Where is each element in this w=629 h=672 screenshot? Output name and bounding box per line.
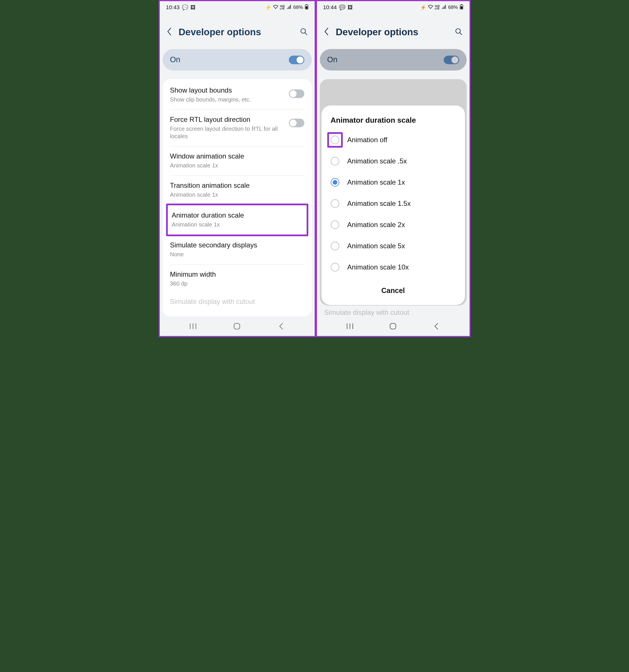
left-screenshot: 10:43 💬 🖼 ⚡ Vo))LTE 68% bbox=[160, 1, 314, 336]
radio-label: Animation off bbox=[347, 136, 388, 144]
setting-subtitle: 360 dp bbox=[170, 280, 301, 287]
status-time: 10:43 bbox=[166, 4, 180, 10]
settings-card: Show layout bounds Show clip bounds, mar… bbox=[163, 79, 312, 316]
setting-title: Simulate secondary displays bbox=[170, 241, 301, 249]
svg-line-13 bbox=[460, 33, 462, 35]
page-title: Developer options bbox=[336, 27, 418, 38]
page-title: Developer options bbox=[179, 27, 261, 38]
chat-icon: 💬 bbox=[339, 4, 345, 10]
setting-show-layout-bounds[interactable]: Show layout bounds Show clip bounds, mar… bbox=[163, 80, 312, 110]
master-toggle-row[interactable]: On bbox=[163, 49, 312, 71]
battery-icon bbox=[305, 4, 308, 11]
app-bar: Developer options bbox=[317, 14, 469, 49]
setting-animator-duration-scale[interactable]: Animator duration scale Animation scale … bbox=[168, 205, 307, 235]
battery-percent: 68% bbox=[293, 5, 303, 10]
image-icon: 🖼 bbox=[190, 5, 195, 10]
nav-back-icon[interactable] bbox=[432, 322, 440, 330]
radio-option-scale-05x[interactable]: Animation scale .5x bbox=[322, 150, 465, 172]
radio-icon bbox=[331, 220, 339, 229]
radio-option-scale-15x[interactable]: Animation scale 1.5x bbox=[322, 193, 465, 214]
radio-icon bbox=[331, 157, 339, 165]
wifi-icon bbox=[428, 5, 433, 10]
animator-duration-dialog: Animator duration scale Animation off An… bbox=[322, 105, 465, 305]
radio-option-scale-2x[interactable]: Animation scale 2x bbox=[322, 214, 465, 235]
setting-simulate-secondary-displays[interactable]: Simulate secondary displays None bbox=[163, 235, 312, 264]
setting-subtitle: Show clip bounds, margins, etc. bbox=[170, 96, 286, 103]
svg-rect-2 bbox=[305, 6, 307, 9]
setting-subtitle: Force screen layout direction to RTL for… bbox=[170, 125, 286, 140]
signal-icon bbox=[441, 5, 446, 10]
setting-cutoff: Simulate display with cutout bbox=[317, 306, 469, 316]
nav-recents-icon[interactable] bbox=[346, 322, 354, 330]
back-button[interactable] bbox=[324, 27, 329, 37]
radio-label: Animation scale 1.5x bbox=[347, 199, 411, 208]
master-toggle-row[interactable]: On bbox=[320, 49, 467, 71]
nav-back-icon[interactable] bbox=[277, 322, 285, 330]
nav-home-icon[interactable] bbox=[233, 322, 241, 330]
toggle-switch[interactable] bbox=[289, 90, 304, 98]
setting-title: Minimum width bbox=[170, 270, 301, 279]
svg-line-4 bbox=[305, 33, 307, 35]
radio-option-scale-10x[interactable]: Animation scale 10x bbox=[322, 257, 465, 278]
dialog-title: Animator duration scale bbox=[322, 116, 465, 129]
radio-icon bbox=[331, 178, 339, 187]
back-button[interactable] bbox=[167, 27, 172, 37]
setting-window-animation-scale[interactable]: Window animation scale Animation scale 1… bbox=[163, 146, 312, 175]
app-bar: Developer options bbox=[160, 14, 314, 49]
volte-icon: Vo))LTE bbox=[435, 5, 440, 10]
nav-bar bbox=[317, 316, 469, 336]
cancel-button[interactable]: Cancel bbox=[322, 278, 465, 301]
battery-icon bbox=[460, 4, 463, 11]
battery-saver-icon: ⚡ bbox=[265, 5, 271, 10]
battery-percent: 68% bbox=[448, 5, 458, 10]
setting-title: Window animation scale bbox=[170, 152, 301, 161]
radio-label: Animation scale 10x bbox=[347, 263, 409, 271]
status-bar: 10:43 💬 🖼 ⚡ Vo))LTE 68% bbox=[160, 1, 314, 14]
volte-icon: Vo))LTE bbox=[280, 5, 285, 10]
right-screenshot: 10:44 💬 🖼 ⚡ Vo))LTE 68% bbox=[314, 1, 469, 336]
search-button[interactable] bbox=[300, 27, 308, 37]
radio-icon bbox=[331, 242, 339, 250]
svg-rect-8 bbox=[234, 323, 240, 329]
setting-minimum-width[interactable]: Minimum width 360 dp bbox=[163, 264, 312, 293]
setting-title: Force RTL layout direction bbox=[170, 115, 286, 124]
setting-subtitle: None bbox=[170, 250, 301, 258]
setting-transition-animation-scale[interactable]: Transition animation scale Animation sca… bbox=[163, 175, 312, 205]
master-toggle-label: On bbox=[327, 55, 337, 64]
setting-subtitle: Animation scale 1x bbox=[170, 162, 301, 169]
image-icon: 🖼 bbox=[348, 5, 353, 10]
svg-rect-11 bbox=[460, 6, 462, 9]
master-toggle-label: On bbox=[170, 55, 180, 64]
setting-force-rtl[interactable]: Force RTL layout direction Force screen … bbox=[163, 110, 312, 146]
setting-subtitle: Animation scale 1x bbox=[172, 221, 300, 228]
signal-icon bbox=[286, 5, 292, 10]
wifi-icon bbox=[273, 5, 278, 10]
setting-title: Transition animation scale bbox=[170, 181, 301, 190]
toggle-switch[interactable] bbox=[289, 119, 304, 127]
radio-label: Animation scale 1x bbox=[347, 178, 405, 186]
radio-icon bbox=[331, 263, 339, 271]
master-toggle-switch[interactable] bbox=[444, 56, 459, 64]
radio-option-scale-5x[interactable]: Animation scale 5x bbox=[322, 235, 465, 257]
battery-saver-icon: ⚡ bbox=[420, 5, 426, 10]
radio-label: Animation scale .5x bbox=[347, 157, 407, 165]
radio-label: Animation scale 2x bbox=[347, 221, 405, 229]
radio-icon bbox=[331, 136, 339, 144]
setting-subtitle: Animation scale 1x bbox=[170, 191, 301, 198]
nav-home-icon[interactable] bbox=[389, 322, 397, 330]
svg-rect-17 bbox=[390, 323, 396, 329]
radio-option-scale-1x[interactable]: Animation scale 1x bbox=[322, 172, 465, 193]
nav-recents-icon[interactable] bbox=[189, 322, 197, 330]
radio-option-animation-off[interactable]: Animation off bbox=[322, 129, 465, 150]
search-button[interactable] bbox=[455, 27, 463, 37]
radio-label: Animation scale 5x bbox=[347, 242, 405, 250]
radio-icon bbox=[331, 199, 339, 208]
master-toggle-switch[interactable] bbox=[289, 56, 304, 64]
nav-bar bbox=[160, 316, 314, 336]
setting-title: Show layout bounds bbox=[170, 86, 286, 95]
setting-title: Animator duration scale bbox=[172, 211, 300, 220]
chat-icon: 💬 bbox=[182, 4, 188, 10]
status-bar: 10:44 💬 🖼 ⚡ Vo))LTE 68% bbox=[317, 1, 469, 14]
setting-cutoff: Simulate display with cutout bbox=[163, 293, 312, 306]
status-time: 10:44 bbox=[323, 4, 337, 10]
